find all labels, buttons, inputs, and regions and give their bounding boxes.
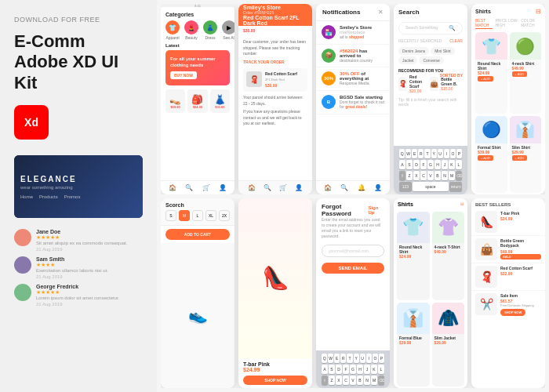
recent-tag[interactable]: Denim Jeans <box>398 47 429 55</box>
filter-color[interactable]: COLOR MATCH <box>521 18 541 29</box>
key-v[interactable]: V <box>350 376 356 385</box>
key-f[interactable]: F <box>420 160 427 169</box>
key-o[interactable]: O <box>373 354 378 363</box>
recent-tag[interactable]: Mini Skirt <box>431 47 455 55</box>
key-b[interactable]: B <box>357 376 363 385</box>
product-card[interactable]: 🟢 4-neck Shirt $49.99 + ADD <box>510 32 542 114</box>
key-y[interactable]: Y <box>354 354 359 363</box>
user-icon[interactable]: 👤 <box>295 184 303 191</box>
clear-button[interactable]: CLEAR <box>449 38 463 43</box>
add-button[interactable]: + ADD <box>478 155 493 161</box>
product-item[interactable]: 🎒 $24.00 <box>187 89 207 113</box>
search-icon[interactable]: 🔍 <box>340 184 348 191</box>
key-b[interactable]: B <box>434 171 441 180</box>
key-s[interactable]: S <box>329 365 335 374</box>
add-button[interactable]: + ADD <box>512 71 528 77</box>
key-t[interactable]: T <box>347 354 352 363</box>
key-q[interactable]: Q <box>322 354 327 363</box>
product-card[interactable]: 👕 Round Neck Shirt $24.99 + ADD <box>475 32 507 114</box>
recommend-item[interactable]: 👜 Bottle Green B. $15.00 <box>430 74 458 93</box>
bell-icon[interactable]: 🔔 <box>358 184 365 191</box>
product-item[interactable]: 👡 $19.90 <box>165 89 185 113</box>
cart-icon[interactable]: 🛒 <box>202 184 210 191</box>
close-icon[interactable]: ✕ <box>378 9 384 16</box>
key-m[interactable]: M <box>449 171 455 180</box>
key-t[interactable]: T <box>424 149 430 158</box>
shop-now-button[interactable]: SHOP NOW <box>243 376 307 385</box>
key-123[interactable]: 123 <box>399 182 412 191</box>
key-c[interactable]: C <box>343 376 349 385</box>
key-c[interactable]: C <box>420 171 427 180</box>
buy-now-button[interactable]: BUY NOW <box>170 71 197 79</box>
send-email-button[interactable]: SEND EMAIL <box>322 263 384 274</box>
key-j[interactable]: J <box>442 160 448 169</box>
key-backspace[interactable]: ⌫ <box>378 376 384 385</box>
product-card[interactable]: 👔 Formal Blue $39.99 <box>397 303 430 387</box>
user-icon[interactable]: 👤 <box>219 184 227 191</box>
add-button[interactable]: + ADD <box>478 76 493 82</box>
key-w[interactable]: W <box>405 149 411 158</box>
add-button[interactable]: + ADD <box>512 155 528 161</box>
key-a[interactable]: A <box>399 160 405 169</box>
search-bar[interactable]: Search Something 🔍 <box>398 22 463 34</box>
filter-icon[interactable]: ⊟ <box>460 201 464 206</box>
key-g[interactable]: G <box>427 160 434 169</box>
size-option-selected[interactable]: M <box>179 210 190 221</box>
key-u[interactable]: U <box>360 354 365 363</box>
key-backspace[interactable]: ⌫ <box>456 171 462 180</box>
shop-now-button[interactable]: SHOP NOW <box>500 309 525 316</box>
product-card[interactable]: 👚 4-neck T-Shirt $49.99 <box>432 212 465 300</box>
key-p[interactable]: P <box>379 354 384 363</box>
key-w[interactable]: W <box>328 354 333 363</box>
size-option[interactable]: 2X <box>219 210 230 221</box>
key-shift[interactable]: ⇧ <box>399 171 405 180</box>
search-icon[interactable]: 🔍 <box>449 25 456 31</box>
filter-best-match[interactable]: BEST MATCH <box>475 18 493 29</box>
search-icon[interactable]: 🔍 <box>264 184 271 191</box>
user-icon[interactable]: 👤 <box>374 184 382 191</box>
key-e[interactable]: E <box>412 149 417 158</box>
key-k[interactable]: K <box>449 160 455 169</box>
home-icon[interactable]: 🏠 <box>169 184 176 191</box>
product-card[interactable]: 👔 Slim Shirt $29.99 + ADD <box>510 116 542 193</box>
filter-price[interactable]: PRICE LOW-HIGH <box>495 18 518 29</box>
product-card[interactable]: 🔵 Formal Shirt $39.99 + ADD <box>475 116 507 193</box>
cat-beauty[interactable]: 💄 Beauty <box>184 20 198 40</box>
size-option[interactable]: S <box>165 210 176 221</box>
key-l[interactable]: L <box>378 365 384 374</box>
key-x[interactable]: X <box>336 376 342 385</box>
key-space[interactable]: space <box>413 182 449 191</box>
key-l[interactable]: L <box>456 160 462 169</box>
email-input[interactable]: yourmail@hotmail.com <box>322 245 384 257</box>
key-h[interactable]: H <box>357 365 363 374</box>
key-p[interactable]: P <box>456 149 462 158</box>
product-item[interactable]: 👗 $31.00 <box>210 89 230 113</box>
key-i[interactable]: I <box>444 149 449 158</box>
key-return[interactable]: return <box>449 182 462 191</box>
key-r[interactable]: R <box>418 149 424 158</box>
product-card[interactable]: 👕 Round Neck Shirt $24.99 <box>397 212 430 300</box>
sign-up-link[interactable]: Sign Up <box>368 205 384 215</box>
home-icon[interactable]: 🏠 <box>248 184 256 191</box>
key-i[interactable]: I <box>366 354 372 363</box>
key-n[interactable]: N <box>364 376 370 385</box>
cat-apparel[interactable]: 👕 Apparel <box>165 20 180 40</box>
key-n[interactable]: N <box>442 171 448 180</box>
search-icon[interactable]: 🔍 <box>185 184 193 191</box>
recommend-item[interactable]: 🧣 Red Cotton Scarf $20.00 <box>398 74 427 93</box>
key-y[interactable]: Y <box>431 149 437 158</box>
key-f[interactable]: F <box>343 365 349 374</box>
recent-tag[interactable]: Jacket <box>398 56 417 64</box>
key-r[interactable]: R <box>340 354 346 363</box>
key-o[interactable]: O <box>450 149 456 158</box>
key-a[interactable]: A <box>322 365 328 374</box>
add-to-cart-button[interactable]: ADD TO CART <box>165 229 230 240</box>
key-z[interactable]: Z <box>406 171 413 180</box>
key-u[interactable]: U <box>438 149 443 158</box>
key-k[interactable]: K <box>371 365 377 374</box>
key-s[interactable]: S <box>406 160 413 169</box>
key-h[interactable]: H <box>434 160 441 169</box>
key-g[interactable]: G <box>350 365 356 374</box>
key-e[interactable]: E <box>334 354 340 363</box>
filter-icon[interactable]: ⊟ <box>536 8 541 15</box>
